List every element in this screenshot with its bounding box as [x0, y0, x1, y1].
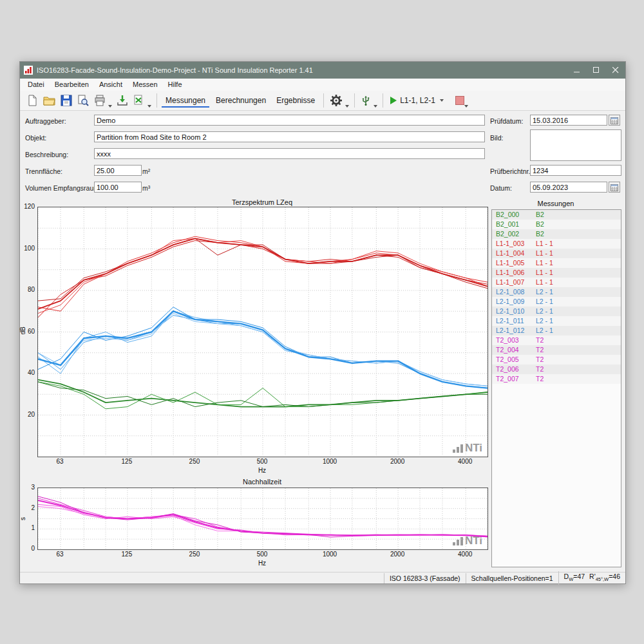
y-tick-label: 40	[19, 369, 35, 376]
maximize-button[interactable]	[587, 62, 606, 79]
app-window: ISO16283-Facade-Sound-Insulation-Demo-Pr…	[19, 61, 626, 584]
minimize-button[interactable]	[567, 62, 587, 79]
rt-chart-title: Nachhallzeit	[37, 478, 487, 486]
rt-y-axis-label: s	[19, 517, 26, 520]
measurement-id: L2-1_011	[492, 316, 536, 326]
measurement-type: T2	[536, 355, 621, 365]
tab-messungen[interactable]: Messungen	[162, 94, 209, 108]
measurement-row[interactable]: L2-1_012 L2 - 1	[492, 326, 621, 336]
measurement-row[interactable]: L1-1_005 L1 - 1	[492, 258, 621, 268]
measurement-type: L1 - 1	[536, 278, 621, 287]
measurement-row[interactable]: T2_003 T2	[492, 336, 621, 345]
measurement-type: L1 - 1	[536, 268, 621, 278]
export-button[interactable]	[131, 93, 147, 108]
nti-logo-icon	[24, 66, 33, 75]
x-tick-label: 500	[249, 458, 275, 465]
measurement-id: L1-1_007	[492, 278, 536, 287]
status-positions: Schallquellen-Positionen=1	[466, 573, 558, 583]
measurement-type: L1 - 1	[536, 249, 621, 258]
measurement-id: T2_004	[492, 345, 536, 355]
tab-ergebnisse[interactable]: Ergebnisse	[272, 94, 319, 108]
import-icon	[117, 95, 128, 106]
menu-item-messen[interactable]: Messen	[128, 79, 163, 91]
new-project-button[interactable]	[24, 93, 40, 108]
pruefdatum-label: Prüfdatum:	[490, 117, 523, 125]
measurement-row[interactable]: L1-1_004 L1 - 1	[492, 249, 621, 258]
measurement-type: B2	[536, 229, 621, 239]
volumen-label: Volumen Empfangsraum:	[25, 184, 101, 192]
datum-calendar-button[interactable]	[609, 182, 620, 193]
measurement-id: L2-1_008	[492, 287, 536, 297]
import-button[interactable]	[115, 93, 130, 108]
measurement-type: L1 - 1	[536, 239, 621, 249]
open-project-button[interactable]	[41, 93, 57, 108]
settings-gear-button[interactable]	[328, 93, 345, 108]
tab-berechnungen[interactable]: Berechnungen	[212, 94, 270, 108]
trennflaeche-label: Trennfläche:	[25, 167, 62, 175]
dropdown-chevron-icon[interactable]	[147, 105, 151, 108]
datum-label: Datum:	[490, 184, 512, 192]
toolbar-separator	[383, 93, 383, 108]
menu-item-ansicht[interactable]: Ansicht	[94, 79, 128, 91]
measurement-row[interactable]: T2_007 T2	[492, 374, 621, 384]
measurement-row[interactable]: B2_000 B2	[492, 210, 621, 220]
y-tick-label: 1	[19, 524, 35, 531]
play-measurement-icon[interactable]	[390, 97, 397, 104]
print-preview-button[interactable]	[75, 93, 91, 108]
close-button[interactable]	[606, 62, 625, 79]
print-button[interactable]	[92, 93, 108, 108]
x-tick-label: 4000	[452, 458, 478, 465]
auftraggeber-input[interactable]	[94, 115, 485, 126]
measurement-type: B2	[536, 210, 621, 220]
menu-item-hilfe[interactable]: Hilfe	[163, 79, 187, 91]
usb-device-button[interactable]	[359, 94, 373, 108]
dropdown-chevron-icon[interactable]	[108, 105, 112, 108]
selector-dropdown-chevron-icon[interactable]	[440, 99, 444, 102]
beschreibung-label: Beschreibung:	[25, 151, 68, 158]
measurement-row[interactable]: T2_004 T2	[492, 345, 621, 355]
measurement-id: T2_003	[492, 336, 536, 345]
save-button[interactable]	[59, 93, 74, 108]
pruefdatum-calendar-button[interactable]	[609, 115, 620, 126]
measurement-type: L2 - 1	[536, 316, 621, 326]
toolbar-separator	[354, 93, 355, 108]
beschreibung-input[interactable]	[94, 148, 485, 159]
stop-measurement-icon[interactable]	[455, 96, 464, 105]
dropdown-chevron-icon[interactable]	[464, 105, 468, 108]
pruefberichtnr-input[interactable]	[530, 165, 621, 176]
measurement-id: B2_002	[492, 229, 536, 239]
measurement-row[interactable]: L2-1_009 L2 - 1	[492, 297, 621, 307]
print-preview-icon	[77, 95, 89, 106]
measurement-selector[interactable]: L1-1, L2-1	[400, 96, 435, 105]
measurements-panel-title: Messungen	[491, 200, 620, 207]
lzeq-x-axis-label: Hz	[37, 467, 487, 474]
measurement-row[interactable]: B2_002 B2	[492, 229, 621, 239]
measurement-row[interactable]: L1-1_007 L1 - 1	[492, 278, 621, 287]
dropdown-chevron-icon[interactable]	[345, 105, 349, 108]
pruefdatum-input[interactable]	[530, 115, 607, 126]
bild-input[interactable]	[530, 129, 621, 161]
auftraggeber-label: Auftraggeber:	[25, 117, 66, 125]
measurement-row[interactable]: L2-1_011 L2 - 1	[492, 316, 621, 326]
measurement-row[interactable]: B2_001 B2	[492, 220, 621, 229]
menu-item-bearbeiten[interactable]: Bearbeiten	[50, 79, 94, 91]
measurement-row[interactable]: L2-1_008 L2 - 1	[492, 287, 621, 297]
open-folder-icon	[43, 95, 55, 106]
datum-input[interactable]	[530, 182, 607, 193]
y-tick-label: 100	[19, 245, 35, 252]
measurement-row[interactable]: T2_005 T2	[492, 355, 621, 365]
status-bar: ISO 16283-3 (Fassade) Schallquellen-Posi…	[20, 572, 625, 583]
toolbar: Messungen Berechnungen Ergebnisse L1-1, …	[20, 91, 625, 111]
menu-item-datei[interactable]: Datei	[23, 79, 50, 91]
measurement-row[interactable]: L1-1_006 L1 - 1	[492, 268, 621, 278]
dropdown-chevron-icon[interactable]	[374, 105, 377, 108]
objekt-input[interactable]	[94, 131, 485, 142]
measurement-row[interactable]: L2-1_010 L2 - 1	[492, 307, 621, 316]
measurement-row[interactable]: T2_006 T2	[492, 365, 621, 374]
measurement-row[interactable]: L1-1_003 L1 - 1	[492, 239, 621, 249]
trennflaeche-input[interactable]	[94, 165, 142, 176]
measurement-type: L2 - 1	[536, 326, 621, 336]
window-title: ISO16283-Facade-Sound-Insulation-Demo-Pr…	[37, 66, 313, 74]
volumen-input[interactable]	[94, 182, 142, 193]
x-tick-label: 500	[249, 551, 275, 558]
